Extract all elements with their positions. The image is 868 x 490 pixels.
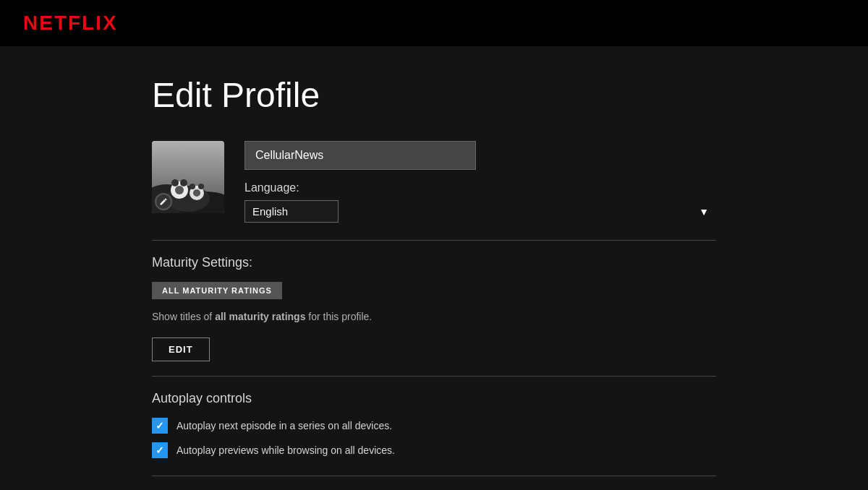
checkmark-icon: ✓ (156, 420, 164, 431)
checkmark-icon-2: ✓ (156, 444, 164, 456)
svg-point-11 (198, 184, 204, 189)
divider-2 (152, 376, 716, 377)
netflix-logo: NETFLIX (23, 12, 118, 35)
maturity-desc-bold: all maturity ratings (215, 311, 305, 322)
language-select[interactable]: English Spanish French German Portuguese (244, 200, 339, 223)
autoplay-previews-label: Autoplay previews while browsing on all … (176, 444, 395, 456)
divider-3 (152, 476, 716, 476)
svg-point-7 (193, 189, 200, 197)
profile-name-input[interactable] (244, 141, 476, 170)
app-header: NETFLIX (0, 0, 868, 46)
divider-1 (152, 240, 716, 241)
chevron-down-icon: ▼ (699, 206, 709, 218)
autoplay-next-label: Autoplay next episode in a series on all… (176, 420, 392, 431)
maturity-section-title: Maturity Settings: (152, 255, 716, 270)
language-select-wrapper: English Spanish French German Portuguese… (244, 200, 716, 223)
language-label: Language: (244, 181, 716, 194)
page-container: Edit Profile (137, 46, 731, 490)
autoplay-previews-checkbox[interactable]: ✓ (152, 442, 168, 458)
svg-point-6 (175, 186, 184, 194)
maturity-description: Show titles of all maturity ratings for … (152, 309, 716, 324)
page-title: Edit Profile (152, 75, 716, 115)
maturity-badge: ALL MATURITY RATINGS (152, 282, 282, 299)
autoplay-next-checkbox-item[interactable]: ✓ Autoplay next episode in a series on a… (152, 418, 716, 434)
maturity-edit-button[interactable]: EDIT (152, 338, 210, 361)
maturity-desc-suffix: for this profile. (305, 311, 372, 322)
autoplay-section: Autoplay controls ✓ Autoplay next episod… (152, 391, 716, 458)
autoplay-next-checkbox[interactable]: ✓ (152, 418, 168, 434)
profile-section: Language: English Spanish French German … (152, 141, 716, 223)
maturity-section: Maturity Settings: ALL MATURITY RATINGS … (152, 255, 716, 361)
svg-point-10 (190, 184, 195, 189)
maturity-desc-prefix: Show titles of (152, 311, 215, 322)
svg-point-8 (171, 179, 179, 186)
profile-fields: Language: English Spanish French German … (244, 141, 716, 223)
svg-point-9 (180, 179, 187, 186)
avatar-wrapper[interactable] (152, 141, 224, 213)
avatar-edit-icon (155, 193, 172, 210)
autoplay-previews-checkbox-item[interactable]: ✓ Autoplay previews while browsing on al… (152, 442, 716, 458)
autoplay-section-title: Autoplay controls (152, 391, 716, 406)
language-section: Language: English Spanish French German … (244, 181, 716, 223)
